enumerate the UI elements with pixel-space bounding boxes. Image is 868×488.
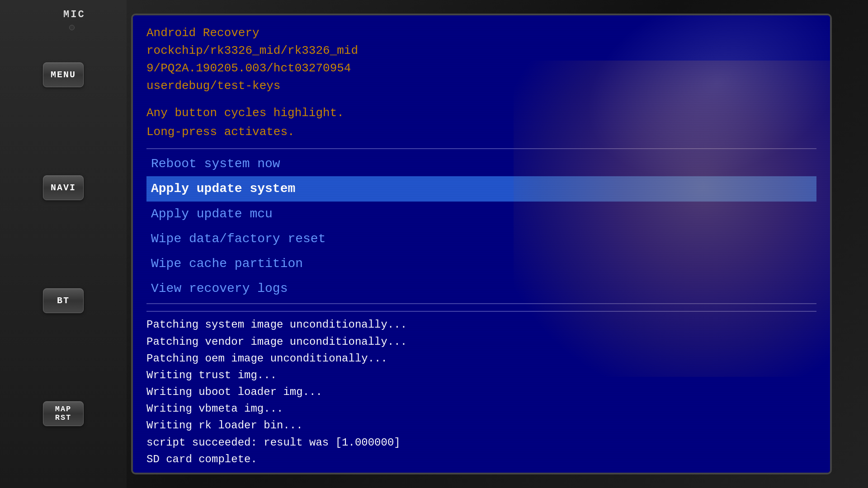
log-line-4: Writing uboot loader img... <box>146 384 816 400</box>
log-line-2: Patching oem image unconditionally... <box>146 350 816 367</box>
navi-button-label: NAVI <box>51 183 76 193</box>
navi-button-body[interactable]: NAVI <box>43 175 84 200</box>
side-panel: MIC MENU NAVI BT MAP RST <box>0 0 127 488</box>
screen-container: Android Recovery rockchip/rk3326_mid/rk3… <box>131 14 832 474</box>
map-rst-button[interactable]: MAP RST <box>43 401 84 426</box>
log-line-1: Patching vendor image unconditionally... <box>146 333 816 350</box>
instruction-line2: Long-press activates. <box>146 123 816 142</box>
screen-content: Android Recovery rockchip/rk3326_mid/rk3… <box>133 15 830 473</box>
log-line-6: Writing rk loader bin... <box>146 417 816 434</box>
menu-item-view-logs[interactable]: View recovery logs <box>146 276 816 301</box>
log-section: Patching system image unconditionally...… <box>146 311 816 468</box>
log-line-7: script succeeded: result was [1.000000] <box>146 434 816 451</box>
menu-item-wipe-cache[interactable]: Wipe cache partition <box>146 251 816 276</box>
header-line3: 9/PQ2A.190205.003/hct03270954 <box>146 60 816 77</box>
log-line-0: Patching system image unconditionally... <box>146 316 816 333</box>
log-line-3: Writing trust img... <box>146 367 816 384</box>
menu-button-body[interactable]: MENU <box>43 62 84 87</box>
menu-section: Reboot system now Apply update system Ap… <box>146 151 816 301</box>
menu-item-reboot[interactable]: Reboot system now <box>146 151 816 176</box>
bt-button-body[interactable]: BT <box>43 288 84 313</box>
menu-divider-top <box>146 148 816 149</box>
menu-item-wipe-data[interactable]: Wipe data/factory reset <box>146 226 816 251</box>
map-rst-button-label: MAP RST <box>55 405 72 422</box>
log-line-5: Writing vbmeta img... <box>146 400 816 417</box>
menu-divider-bottom <box>146 303 816 304</box>
header-line4: userdebug/test-keys <box>146 77 816 95</box>
log-line-8: SD card complete. <box>146 451 816 468</box>
menu-button[interactable]: MENU <box>43 62 84 87</box>
header-line1: Android Recovery <box>146 24 816 42</box>
bt-button-label: BT <box>57 296 70 306</box>
menu-item-apply-mcu[interactable]: Apply update mcu <box>146 202 816 226</box>
menu-item-apply-system[interactable]: Apply update system <box>146 176 816 201</box>
instruction-line1: Any button cycles highlight. <box>146 104 816 123</box>
car-unit: MIC MENU NAVI BT MAP RST <box>0 0 868 488</box>
bt-button[interactable]: BT <box>43 288 84 313</box>
menu-button-label: MENU <box>51 70 76 80</box>
android-recovery-header: Android Recovery rockchip/rk3326_mid/rk3… <box>146 24 816 95</box>
mic-dot <box>69 25 75 30</box>
navi-button[interactable]: NAVI <box>43 175 84 200</box>
log-content: Patching system image unconditionally...… <box>146 316 816 468</box>
screen-bezel: Android Recovery rockchip/rk3326_mid/rk3… <box>133 15 830 473</box>
mic-label: MIC <box>63 9 85 20</box>
instructions: Any button cycles highlight. Long-press … <box>146 104 816 141</box>
map-rst-button-body[interactable]: MAP RST <box>43 401 84 426</box>
header-line2: rockchip/rk3326_mid/rk3326_mid <box>146 42 816 60</box>
